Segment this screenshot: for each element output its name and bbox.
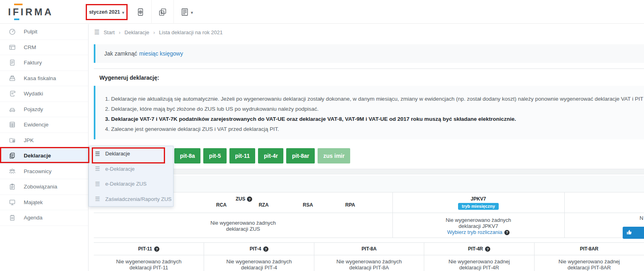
sidebar-item-pracownicy[interactable]: Pracownicy [0,164,88,180]
add-invoice-button[interactable] [151,0,173,24]
help-icon[interactable] [263,246,268,252]
list-icon [95,181,100,187]
help-icon[interactable] [504,230,510,235]
jpkv7-column-header: JPKV7 tryb miesięczny [392,196,564,210]
empty-state-line: Nie wygenerowano żadnych [204,259,314,265]
pit-4r-column: PIT-4R Nie wygenerowano żadnej deklaracj… [424,243,534,271]
gauge-icon [8,28,16,36]
sidebar-item-deklaracje[interactable]: Deklaracje [0,148,88,164]
people-icon [8,167,16,175]
choose-settlement-mode-link[interactable]: Wybierz tryb rozliczania [447,230,502,236]
menu-item-deklaracje[interactable]: Deklaracje [89,146,173,161]
pit-declarations-table: PIT-11 Nie wygenerowano żadnych deklarac… [94,242,644,271]
sidebar-item-label: Agenda [24,215,43,221]
sidebar-item-pojazdy[interactable]: Pojazdy [0,102,88,118]
scroll-icon [8,90,16,98]
sidebar-item-kasa-fiskalna[interactable]: Kasa fiskalna [0,71,88,87]
logo-orange-bar [14,4,23,5]
add-receipt-button[interactable] [130,0,151,24]
sidebar-item-label: Majątek [24,199,43,205]
sidebar-item-label: Pojazdy [24,106,43,112]
empty-state-line: Nie wygenerowano żadnych [392,217,564,223]
pit-11-button[interactable]: pit-11 [229,148,256,163]
generate-declaration-button[interactable] [623,227,644,239]
empty-state-line: deklaracji PIT-4 [204,265,314,271]
top-bar: IFIRMA styczeń 2021 [0,0,644,24]
help-icon[interactable] [247,197,252,202]
sidebar-item-wydatki[interactable]: Wydatki [0,86,88,102]
copy-add-icon [158,8,167,17]
sidebar-item-ewidencje[interactable]: Ewidencje [0,117,88,133]
zus-empty-state: Nie wygenerowano żadnych deklaracji ZUS [94,220,392,232]
sidebar-item-label: Pulpit [24,29,37,35]
pit-8ar-empty-state: Nie wygenerowano żadnej deklaracji PIT-8… [535,255,644,271]
pit-8ar-button[interactable]: pit-8ar [286,148,315,163]
section-title: Wygeneruj deklarację: [99,74,159,81]
pit-4r-button[interactable]: pit-4r [258,148,283,163]
pit-4r-empty-state: Nie wygenerowano żadnej deklaracji PIT-4… [424,255,534,271]
hamburger-menu-icon[interactable] [94,29,99,36]
zus-declarations-table: ZUS RCA RZA RSA RPA Nie wygenerowano żad… [94,192,644,238]
sidebar-item-agenda[interactable]: Agenda [0,210,88,226]
pit-5-button[interactable]: pit-5 [203,148,227,163]
menu-item-e-deklaracje-zus[interactable]: e-Deklaracje ZUS [89,176,173,192]
menu-item-label: Deklaracje [105,151,130,157]
empty-state-line: deklaracji PIT-4R [424,265,534,271]
sidebar-item-majatek[interactable]: Majątek [0,195,88,211]
column-header-pit-4: PIT-4 [250,246,261,252]
help-icon[interactable] [154,246,159,252]
ifirma-app: IFIRMA styczeń 2021 [0,0,644,271]
closing-month-link[interactable]: miesiąc księgowy [139,50,183,57]
clipped-empty-state-text: N [640,215,643,221]
table-divider [564,192,565,238]
column-header-pit-4r: PIT-4R [468,246,483,252]
pit-8a-empty-state: Nie wygenerowano żadnych deklaracji PIT-… [314,255,424,271]
zus-group-label: ZUS [236,196,246,202]
ifirma-logo[interactable]: IFIRMA [8,6,54,18]
car-icon [8,105,16,113]
breadcrumb-start[interactable]: Start [103,29,114,35]
logo-text: IFIRMA [8,6,54,17]
sidebar-item-label: Deklaracje [24,153,51,159]
month-selector[interactable]: styczeń 2021 [86,4,128,20]
column-header-rza: RZA [259,202,269,208]
sidebar-item-label: Kasa fiskalna [24,75,56,81]
sidebar-item-label: Pracownicy [24,168,52,174]
menu-item-label: Zaświadczenia/Raporty ZUS [105,196,172,202]
note-item: Zalecane jest generowanie deklaracji ZUS… [105,124,644,134]
document-list-icon [180,8,189,17]
sidebar-item-label: JPK [24,137,34,143]
sidebar-item-zobowiazania[interactable]: Zobowiązania [0,179,88,195]
section-spacer-bar [94,176,644,192]
ledger-icon [8,121,16,129]
help-icon[interactable] [485,246,490,252]
clipboard-icon [8,183,16,191]
menu-item-zaswiadczenia-raporty-zus[interactable]: Zaświadczenia/Raporty ZUS [89,192,173,207]
sidebar-item-crm[interactable]: CRM [0,40,88,56]
zus-imir-button[interactable]: zus imir [318,148,350,163]
documents-menu-button[interactable] [173,0,200,24]
menu-item-e-deklaracje[interactable]: e-Deklaracje [89,161,173,177]
empty-state-line: Nie wygenerowano żadnych [94,259,204,265]
declaration-buttons: pit-8a pit-5 pit-11 pit-4r pit-8ar zus i… [174,148,350,163]
chevron-down-icon [122,8,124,16]
thumbs-up-icon [626,229,633,237]
receipt-add-icon [136,8,145,17]
pit-11-empty-state: Nie wygenerowano żadnych deklaracji PIT-… [94,255,204,271]
agenda-icon [8,214,16,222]
sidebar-item-pulpit[interactable]: Pulpit [0,24,88,40]
generate-section-header: Wygeneruj deklarację: [94,68,644,81]
sidebar-item-jpk[interactable]: JPK [0,133,88,149]
note-item: Deklaracje VAT-7 i VAT-7K podatników zar… [105,114,644,124]
logo-blue-bar [14,19,19,20]
sidebar-item-label: Zobowiązania [24,184,57,190]
monthly-mode-badge[interactable]: tryb miesięczny [458,203,499,210]
sidebar-item-faktury[interactable]: Faktury [0,55,88,71]
sidebar-item-label: Faktury [24,60,42,66]
breadcrumb-deklaracje[interactable]: Deklaracje [124,29,149,35]
column-header-pit-8ar: PIT-8AR [580,246,599,252]
banner-text: Jak zamknąć [104,50,137,57]
note-item: Deklaracje, które mają być złożone do ZU… [105,104,644,114]
pit-8a-button[interactable]: pit-8a [174,148,200,163]
sidebar-item-label: Ewidencje [24,122,49,128]
